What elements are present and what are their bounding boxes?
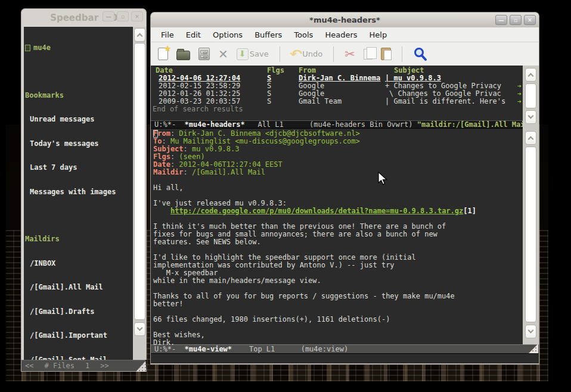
emacs-window-title: *mu4e-headers*	[309, 15, 380, 24]
minimize-button[interactable]: —	[495, 15, 507, 25]
mu4e-view-buffer[interactable]: From: Dirk-Jan C. Binnema <djcb@djcbsoft…	[151, 129, 523, 344]
folder-icon	[176, 51, 190, 60]
status-left-arrows[interactable]: <<	[25, 362, 33, 370]
menu-file[interactable]: File	[155, 29, 180, 41]
undo-arrow-icon: ↶	[290, 48, 302, 60]
body-line: while in the main/headers/message view.	[153, 277, 523, 285]
body-line: Dirk.	[153, 339, 523, 347]
speedbar-scrollbar[interactable]	[133, 27, 146, 360]
status-right-arrows[interactable]: >>	[100, 362, 108, 370]
status-files-count: 1	[85, 362, 89, 370]
scroll-down-button[interactable]	[525, 110, 536, 124]
bookmark-images[interactable]: Messages with images	[25, 188, 133, 197]
scroll-down-button[interactable]	[525, 325, 536, 338]
modeline-position: All L1 (mu4e-headers Bin Ovwrt)	[245, 121, 417, 129]
menu-bar: File Edit Options Buffers Tools Headers …	[150, 27, 539, 42]
field-value-to: Mu Mailinglist <mu-discuss@googlegroups.…	[170, 137, 360, 145]
scroll-up-button[interactable]	[525, 68, 536, 82]
resize-grip-icon[interactable]	[135, 360, 146, 372]
save-button[interactable]: Save	[237, 48, 269, 60]
body-line: features. See NEWS below.	[153, 238, 523, 246]
row-flags: S	[267, 74, 299, 82]
toolbar-separator	[280, 46, 280, 62]
expand-tag-icon[interactable]	[25, 45, 30, 51]
end-of-results-text: End of search results	[151, 105, 523, 113]
save-label: Save	[250, 49, 269, 58]
field-value-from: Dirk-Jan C. Binnema <djcb@djcbsoftware.n…	[179, 129, 359, 138]
menu-tools[interactable]: Tools	[288, 29, 319, 41]
undo-label: Undo	[302, 49, 322, 58]
undo-button[interactable]: ↶ Undo	[291, 48, 323, 60]
field-value-maildir: /[Gmail].All Mail	[192, 168, 265, 176]
scroll-up-button[interactable]	[525, 131, 536, 145]
speedbar-content: mu4e Bookmarks Unread messages Today's m…	[24, 27, 133, 360]
maildir-drafts[interactable]: /[Gmail].Drafts	[25, 308, 133, 316]
close-x-icon: ✕	[218, 48, 228, 60]
maildir-inbox[interactable]: /INBOX	[25, 260, 133, 268]
scroll-down-button[interactable]	[134, 322, 145, 336]
close-buffer-button[interactable]: ✕	[218, 48, 228, 60]
scrollbar-thumb[interactable]	[134, 43, 145, 320]
modeline-buffer-name[interactable]: *mu4e-headers*	[185, 121, 245, 129]
copy-icon	[364, 49, 373, 60]
paste-button[interactable]	[381, 48, 391, 60]
row-subject: + Changes to Google Privacy	[385, 82, 501, 90]
body-line: Thanks to all of you for bug reports / s…	[153, 293, 523, 300]
echo-area[interactable]	[151, 353, 539, 363]
maildir-sentmail[interactable]: /[Gmail].Sent Mail	[25, 356, 133, 360]
open-file-button[interactable]	[176, 48, 190, 60]
bookmark-unread[interactable]: Unread messages	[25, 116, 133, 124]
scrollbar-thumb[interactable]	[525, 147, 536, 322]
menu-help[interactable]: Help	[364, 29, 393, 41]
menu-edit[interactable]: Edit	[180, 29, 207, 41]
maildir-allmail[interactable]: /[Gmail].All Mail	[25, 284, 133, 292]
maximize-button[interactable]: ▫	[510, 15, 522, 25]
minimize-button[interactable]: —	[103, 11, 114, 21]
window-bottom-edge	[150, 363, 539, 365]
save-icon	[237, 48, 249, 60]
body-line: Hi all,	[153, 184, 523, 192]
bookmarks-heading: Bookmarks	[25, 92, 133, 100]
menu-options[interactable]: Options	[207, 29, 249, 41]
bookmark-last7days[interactable]: Last 7 days	[25, 164, 133, 172]
scrollbar-thumb[interactable]	[525, 83, 536, 108]
field-value-subject: mu v0.9.8.3	[192, 145, 239, 153]
search-button[interactable]	[413, 47, 427, 61]
field-label-subject: Subject	[153, 145, 184, 153]
view-scrollbar[interactable]	[523, 129, 539, 344]
body-line: better!	[153, 300, 523, 308]
maximize-button[interactable]: ▫	[117, 11, 129, 21]
cut-button[interactable]: ✂	[345, 48, 355, 60]
speedbar-root-item[interactable]: mu4e	[25, 44, 133, 52]
maildir-important[interactable]: /[Gmail].Important	[25, 332, 133, 340]
download-link[interactable]: http://code.google.com/p/mu0/downloads/d…	[170, 207, 463, 215]
mouse-cursor-icon	[377, 172, 389, 186]
row-flags: S	[267, 98, 299, 105]
speedbar-status-bar: << # Files 1 >>	[21, 360, 147, 372]
emacs-titlebar[interactable]: *mu4e-headers* — ▫ ✕	[150, 12, 539, 27]
menu-headers[interactable]: Headers	[319, 29, 363, 41]
body-line: Best wishes,	[153, 331, 523, 339]
column-flags[interactable]: Flgs	[267, 67, 299, 74]
status-files-label[interactable]: # Files	[44, 362, 75, 370]
speedbar-titlebar[interactable]: Speedbar 1.0 — ▫ ✕	[21, 8, 147, 27]
emacs-frame-content: Date Flgs From Subject 2012-04-06 12:27:…	[150, 66, 539, 363]
menu-buffers[interactable]: Buffers	[249, 29, 288, 41]
bookmark-today[interactable]: Today's messages	[25, 140, 133, 148]
dired-button[interactable]	[198, 48, 210, 60]
close-button[interactable]: ✕	[524, 15, 536, 25]
scroll-up-button[interactable]	[134, 28, 145, 42]
field-value-date: 2012-04-06T12:27:04 EEST	[179, 160, 282, 169]
row-from: Gmail Team	[299, 98, 385, 105]
copy-button[interactable]	[364, 49, 373, 60]
headers-scrollbar[interactable]	[523, 66, 539, 129]
mu4e-headers-buffer[interactable]: Date Flgs From Subject 2012-04-06 12:27:…	[151, 66, 523, 120]
headers-mode-line: U:%*- *mu4e-headers* All L1 (mu4e-header…	[151, 120, 539, 129]
row-subject: | Gmail is different. Here's	[385, 97, 505, 105]
speedbar-root-label[interactable]: mu4e	[33, 44, 51, 52]
speedbar-frame: mu4e Bookmarks Unread messages Today's m…	[21, 27, 147, 360]
clipboard-icon	[381, 48, 391, 60]
new-file-button[interactable]: ★	[158, 48, 168, 60]
tool-bar: ★ ✕ Save ↶ Undo ✂	[150, 42, 539, 66]
close-button[interactable]: ✕	[131, 11, 143, 21]
